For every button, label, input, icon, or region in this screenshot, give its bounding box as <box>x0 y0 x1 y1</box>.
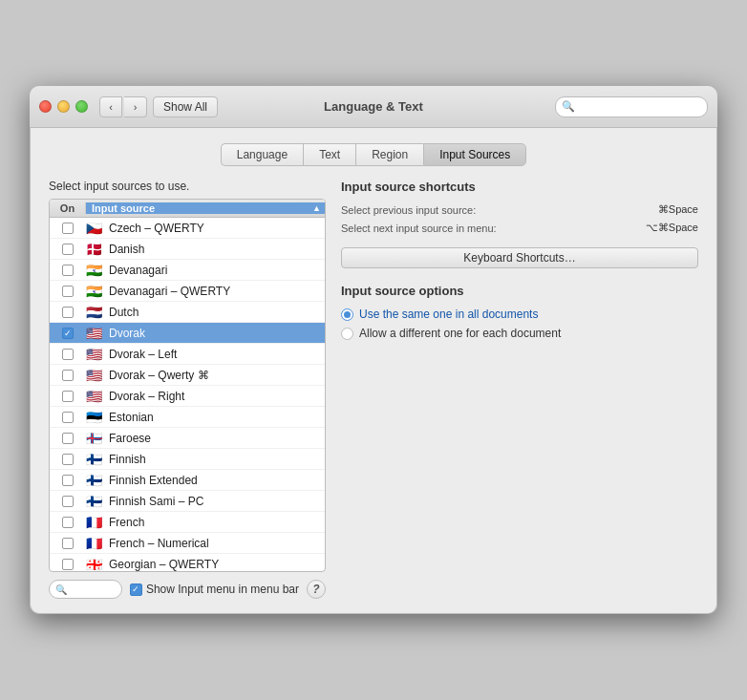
list-item[interactable]: 🇺🇸 Dvorak – Right <box>50 386 325 407</box>
item-checkbox-3[interactable] <box>62 286 74 297</box>
list-item[interactable]: 🇫🇷 French – Numerical <box>50 533 325 554</box>
list-header: On Input source ▲ <box>50 200 325 218</box>
item-name-15: French – Numerical <box>109 537 325 550</box>
item-name-10: Faroese <box>109 432 325 445</box>
list-item[interactable]: 🇫🇮 Finnish Sami – PC <box>50 491 325 512</box>
close-button[interactable] <box>39 100 52 113</box>
main-window: ‹ › Show All Language & Text 🔍 ✕ Languag… <box>30 86 717 614</box>
list-item[interactable]: 🇳🇱 Dutch <box>50 302 325 323</box>
right-panel: Input source shortcuts Select previous i… <box>341 180 698 599</box>
item-checkbox-6[interactable] <box>62 349 74 360</box>
list-item[interactable]: 🇫🇴 Faroese <box>50 428 325 449</box>
help-button[interactable]: ? <box>307 580 326 599</box>
list-item[interactable]: 🇨🇿 Czech – QWERTY <box>50 218 325 239</box>
filter-search-box: 🔍 <box>49 580 122 599</box>
item-flag-12: 🇫🇮 <box>86 473 105 488</box>
list-item[interactable]: 🇫🇮 Finnish <box>50 449 325 470</box>
content-area: Language Text Region Input Sources Selec… <box>30 128 717 614</box>
shortcuts-title: Input source shortcuts <box>341 180 698 194</box>
item-flag-9: 🇪🇪 <box>86 410 105 425</box>
filter-search-icon: 🔍 <box>55 584 67 595</box>
tab-input-sources[interactable]: Input Sources <box>423 143 526 166</box>
list-item[interactable]: 🇺🇸 Dvorak – Left <box>50 344 325 365</box>
item-name-5: Dvorak <box>109 327 325 340</box>
show-menu-label: Show Input menu in menu bar <box>146 583 299 596</box>
show-menu-checkbox[interactable]: ✓ Show Input menu in menu bar <box>130 583 299 596</box>
tab-text[interactable]: Text <box>303 143 355 166</box>
item-name-16: Georgian – QWERTY <box>109 558 325 571</box>
main-area: Select input sources to use. On Input so… <box>49 180 698 599</box>
item-name-13: Finnish Sami – PC <box>109 495 325 508</box>
item-checkbox-15[interactable] <box>62 538 74 549</box>
left-panel: Select input sources to use. On Input so… <box>49 180 326 599</box>
radio-same-doc[interactable] <box>341 308 353 321</box>
bottom-bar: 🔍 ✓ Show Input menu in menu bar ? <box>49 580 326 599</box>
tab-region[interactable]: Region <box>355 143 423 166</box>
item-checkbox-2[interactable] <box>62 265 74 276</box>
item-checkbox-4[interactable] <box>62 307 74 318</box>
item-checkbox-14[interactable] <box>62 517 74 528</box>
search-input[interactable] <box>578 100 717 114</box>
maximize-button[interactable] <box>75 100 88 113</box>
list-item[interactable]: 🇺🇸 Dvorak – Qwerty ⌘ <box>50 365 325 386</box>
instruction-label: Select input sources to use. <box>49 180 326 193</box>
item-checkbox-8[interactable] <box>62 391 74 402</box>
prev-source-row: Select previous input source: ⌘Space <box>341 203 698 216</box>
nav-buttons: ‹ › <box>99 96 147 117</box>
item-checkbox-12[interactable] <box>62 475 74 486</box>
item-flag-8: 🇺🇸 <box>86 389 105 404</box>
list-item[interactable]: ✓ 🇺🇸 Dvorak <box>50 323 325 344</box>
list-item[interactable]: 🇬🇪 Georgian – QWERTY <box>50 554 325 571</box>
show-all-button[interactable]: Show All <box>153 96 218 117</box>
item-name-0: Czech – QWERTY <box>109 222 325 235</box>
list-item[interactable]: 🇪🇪 Estonian <box>50 407 325 428</box>
list-items-container: 🇨🇿 Czech – QWERTY 🇩🇰 Danish 🇮🇳 <box>50 218 325 571</box>
item-name-12: Finnish Extended <box>109 474 325 487</box>
back-button[interactable]: ‹ <box>99 96 122 117</box>
item-name-8: Dvorak – Right <box>109 390 325 403</box>
item-checkbox-10[interactable] <box>62 433 74 444</box>
list-item[interactable]: 🇫🇷 French <box>50 512 325 533</box>
item-flag-4: 🇳🇱 <box>86 305 105 320</box>
tab-language[interactable]: Language <box>221 143 303 166</box>
options-title: Input source options <box>341 284 698 298</box>
tabs-row: Language Text Region Input Sources <box>49 143 698 166</box>
traffic-lights <box>39 100 88 113</box>
item-checkbox-9[interactable] <box>62 412 74 423</box>
item-flag-6: 🇺🇸 <box>86 347 105 362</box>
item-checkbox-0[interactable] <box>62 223 74 234</box>
radio-same-doc-label: Use the same one in all documents <box>359 308 538 321</box>
item-flag-5: 🇺🇸 <box>86 326 105 341</box>
filter-search-input[interactable] <box>69 583 116 595</box>
item-name-14: French <box>109 516 325 529</box>
item-flag-10: 🇫🇴 <box>86 431 105 446</box>
list-item[interactable]: 🇫🇮 Finnish Extended <box>50 470 325 491</box>
item-flag-7: 🇺🇸 <box>86 368 105 383</box>
item-checkbox-16[interactable] <box>62 559 74 570</box>
next-source-key: ⌥⌘Space <box>646 222 698 234</box>
item-checkbox-5[interactable]: ✓ <box>62 328 74 339</box>
item-checkbox-13[interactable] <box>62 496 74 507</box>
forward-button[interactable]: › <box>124 96 147 117</box>
keyboard-shortcuts-button[interactable]: Keyboard Shortcuts… <box>341 247 698 268</box>
item-name-1: Danish <box>109 243 325 256</box>
show-menu-check[interactable]: ✓ <box>130 583 142 596</box>
item-checkbox-11[interactable] <box>62 454 74 465</box>
item-flag-2: 🇮🇳 <box>86 263 105 278</box>
list-item[interactable]: 🇮🇳 Devanagari – QWERTY <box>50 281 325 302</box>
radio-row-1[interactable]: Use the same one in all documents <box>341 308 698 321</box>
col-source-header[interactable]: Input source ▲ <box>86 202 325 214</box>
item-name-11: Finnish <box>109 453 325 466</box>
item-name-6: Dvorak – Left <box>109 348 325 361</box>
item-flag-15: 🇫🇷 <box>86 536 105 551</box>
list-item[interactable]: 🇩🇰 Danish <box>50 239 325 260</box>
item-checkbox-7[interactable] <box>62 370 74 381</box>
input-sources-list: On Input source ▲ 🇨🇿 Czech – QWERTY <box>49 199 326 572</box>
radio-diff-doc[interactable] <box>341 328 353 340</box>
list-item[interactable]: 🇮🇳 Devanagari <box>50 260 325 281</box>
next-source-row: Select next input source in menu: ⌥⌘Spac… <box>341 222 698 234</box>
prev-source-label: Select previous input source: <box>341 204 658 216</box>
minimize-button[interactable] <box>57 100 70 113</box>
item-checkbox-1[interactable] <box>62 244 74 255</box>
radio-row-2[interactable]: Allow a different one for each document <box>341 327 698 340</box>
